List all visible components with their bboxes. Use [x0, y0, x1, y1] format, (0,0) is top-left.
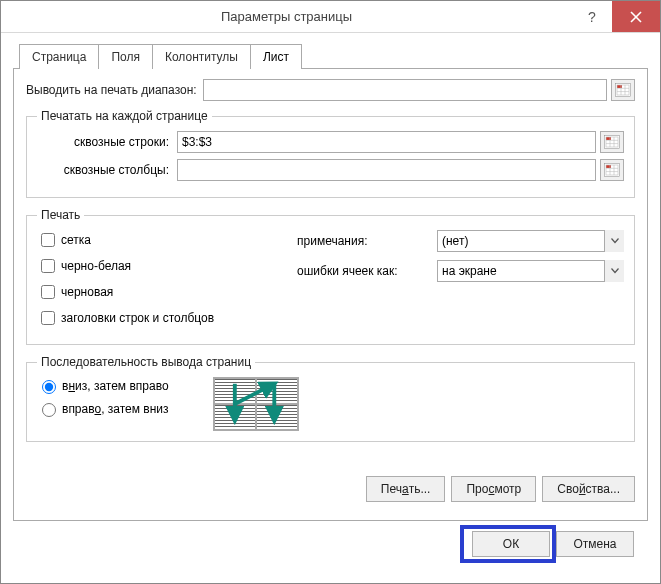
preview-page-3 [214, 404, 256, 430]
check-draft-label: черновая [61, 285, 113, 299]
range-picker-icon [604, 135, 620, 149]
cols-repeat-row: сквозные столбцы: [37, 159, 624, 181]
radio-over-then-down[interactable]: вправо, затем вниз [37, 400, 207, 417]
check-bw-box[interactable] [41, 259, 55, 273]
check-draft[interactable]: черновая [37, 282, 287, 302]
close-button[interactable] [612, 1, 660, 32]
rows-repeat-picker-button[interactable] [600, 131, 624, 153]
page-setup-dialog: Параметры страницы ? Страница Поля Колон… [0, 0, 661, 584]
comments-select[interactable]: (нет) [437, 230, 624, 252]
print-check-col: сетка черно-белая черновая заголовк [37, 230, 287, 334]
radio-over-then-down-label: вправо, затем вниз [62, 402, 169, 416]
comments-select-wrap: (нет) [437, 230, 624, 252]
titlebar-controls: ? [572, 1, 660, 32]
print-button[interactable]: Печать... [366, 476, 446, 502]
errors-selected: на экране [442, 264, 497, 278]
page-order-options: вниз, затем вправо вправо, затем вниз [37, 377, 207, 423]
mid-buttons-row: Печать... Просмотр Свойства... [26, 476, 635, 502]
errors-row: ошибки ячеек как: на экране [297, 260, 624, 282]
print-group: Печать сетка черно-белая чер [26, 208, 635, 345]
print-select-col: примечания: (нет) [287, 230, 624, 334]
print-range-row: Выводить на печать диапазон: [26, 79, 635, 101]
rows-repeat-input[interactable] [177, 131, 596, 153]
tab-sheet-body: Выводить на печать диапазон: Печатать [13, 68, 648, 521]
check-headings-label: заголовки строк и столбцов [61, 311, 214, 325]
print-options-columns: сетка черно-белая черновая заголовк [37, 230, 624, 334]
tab-page[interactable]: Страница [19, 44, 99, 69]
bottom-buttons-row: ОК Отмена [13, 521, 648, 571]
check-headings[interactable]: заголовки строк и столбцов [37, 308, 287, 328]
print-range-input[interactable] [203, 79, 607, 101]
check-bw[interactable]: черно-белая [37, 256, 287, 276]
radio-down-then-over[interactable]: вниз, затем вправо [37, 377, 207, 394]
tabs-strip: Страница Поля Колонтитулы Лист [19, 43, 648, 68]
page-order-group: Последовательность вывода страниц вниз, … [26, 355, 635, 442]
repeat-group-legend: Печатать на каждой странице [37, 109, 212, 123]
tab-sheet[interactable]: Лист [251, 44, 302, 69]
tab-headerfooter[interactable]: Колонтитулы [153, 44, 251, 69]
titlebar: Параметры страницы ? [1, 1, 660, 33]
preview-page-4 [256, 404, 298, 430]
radio-down-then-over-input[interactable] [42, 380, 56, 394]
client-area: Страница Поля Колонтитулы Лист Выводить … [1, 33, 660, 583]
page-order-legend: Последовательность вывода страниц [37, 355, 255, 369]
print-group-legend: Печать [37, 208, 84, 222]
errors-select[interactable]: на экране [437, 260, 624, 282]
print-range-picker-button[interactable] [611, 79, 635, 101]
options-button[interactable]: Свойства... [542, 476, 635, 502]
check-gridlines-label: сетка [61, 233, 91, 247]
check-gridlines[interactable]: сетка [37, 230, 287, 250]
check-headings-box[interactable] [41, 311, 55, 325]
page-order-preview [213, 377, 299, 431]
chevron-down-icon [611, 268, 619, 274]
comments-label: примечания: [297, 234, 437, 248]
chevron-down-icon [611, 238, 619, 244]
page-order-body: вниз, затем вправо вправо, затем вниз [37, 377, 624, 431]
close-icon [630, 11, 642, 23]
comments-select-arrow[interactable] [604, 230, 624, 252]
comments-selected: (нет) [442, 234, 468, 248]
check-gridlines-box[interactable] [41, 233, 55, 247]
cols-repeat-label: сквозные столбцы: [37, 163, 177, 177]
radio-over-then-down-input[interactable] [42, 403, 56, 417]
cols-repeat-picker-button[interactable] [600, 159, 624, 181]
preview-button[interactable]: Просмотр [451, 476, 536, 502]
radio-down-then-over-label: вниз, затем вправо [62, 379, 169, 393]
range-picker-icon [604, 163, 620, 177]
check-draft-box[interactable] [41, 285, 55, 299]
preview-page-1 [214, 378, 256, 404]
repeat-group: Печатать на каждой странице сквозные стр… [26, 109, 635, 198]
range-picker-icon [615, 83, 631, 97]
errors-select-arrow[interactable] [604, 260, 624, 282]
help-button[interactable]: ? [572, 1, 612, 32]
comments-row: примечания: (нет) [297, 230, 624, 252]
rows-repeat-row: сквозные строки: [37, 131, 624, 153]
errors-select-wrap: на экране [437, 260, 624, 282]
check-bw-label: черно-белая [61, 259, 131, 273]
rows-repeat-label: сквозные строки: [37, 135, 177, 149]
preview-page-2 [256, 378, 298, 404]
ok-button[interactable]: ОК [472, 531, 550, 557]
dialog-title: Параметры страницы [1, 9, 572, 24]
print-range-label: Выводить на печать диапазон: [26, 83, 197, 97]
cancel-button[interactable]: Отмена [556, 531, 634, 557]
cols-repeat-input[interactable] [177, 159, 596, 181]
tab-margins[interactable]: Поля [99, 44, 153, 69]
errors-label: ошибки ячеек как: [297, 264, 437, 278]
